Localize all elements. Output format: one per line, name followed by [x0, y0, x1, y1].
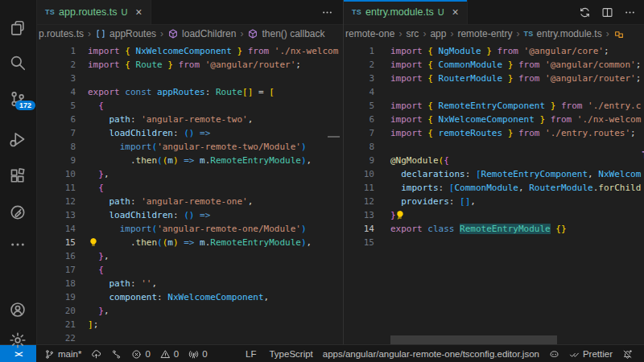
horizontal-scrollbar[interactable]	[390, 335, 557, 344]
status-git-branch[interactable]: main*	[39, 345, 86, 362]
status-eol[interactable]: LF	[241, 345, 261, 362]
code-line[interactable]: 11 imports: [CommonModule, RouterModule.…	[344, 181, 644, 195]
code-line[interactable]: 5import { RemoteEntryComponent } from '.…	[344, 99, 644, 113]
code-line[interactable]: 12 path: 'angular-remote-one',	[37, 195, 343, 208]
code-line[interactable]: 15	[344, 236, 644, 249]
code-line[interactable]: 10 },	[37, 167, 343, 181]
close-icon[interactable]: ×	[452, 6, 459, 18]
breadcrumb-item[interactable]: remote-one	[345, 28, 394, 39]
editor-action-open-changes-icon[interactable]	[579, 6, 591, 19]
status-label: 0	[202, 349, 207, 359]
breadcrumb-item[interactable]: src	[406, 28, 419, 39]
code-line[interactable]: 20 },	[37, 304, 343, 318]
breadcrumb-item[interactable]	[613, 28, 625, 39]
code-line[interactable]: 21];	[37, 318, 343, 331]
activity-extensions-icon[interactable]	[9, 167, 27, 185]
line-number: 5	[344, 99, 374, 113]
status-warnings[interactable]: 0	[155, 345, 184, 362]
overview-ruler-mark	[328, 136, 340, 138]
code-line[interactable]: 4	[344, 85, 644, 99]
breadcrumb-item[interactable]: loadChildren	[167, 28, 236, 39]
activity-nx-console-icon[interactable]	[9, 204, 27, 221]
editor-action-split-editor-icon[interactable]	[601, 6, 613, 19]
code-line[interactable]: 18 path: '',	[37, 277, 343, 290]
status-notifications[interactable]	[617, 345, 638, 362]
status-bar-right: LFTypeScriptapps/angular/angular-remote-…	[241, 345, 644, 362]
code-line[interactable]: 3	[37, 72, 343, 85]
code-text: path: 'angular-remote-two',	[88, 113, 343, 126]
breadcrumb-separator: ›	[606, 28, 609, 39]
code-text	[390, 140, 644, 154]
code-line[interactable]: 6import { NxWelcomeComponent } from './n…	[344, 113, 644, 126]
breadcrumb-item[interactable]: p.routes.ts	[39, 28, 84, 39]
code-line[interactable]: 15 .then((m) => m.RemoteEntryModule),	[37, 236, 343, 249]
breadcrumb-item[interactable]: TSentry.module.ts	[523, 28, 601, 39]
activity-bar: 172	[0, 0, 37, 344]
status-publish-changes[interactable]	[86, 345, 106, 362]
code-line[interactable]: 4export const appRoutes: Route[] = [	[37, 85, 343, 99]
breadcrumb-label: appRoutes	[109, 28, 156, 39]
status-tsconfig-path[interactable]: apps/angular/angular-remote-one/tsconfig…	[318, 345, 544, 362]
status-language-mode[interactable]: TypeScript	[261, 345, 317, 362]
code-line[interactable]: 5 {	[37, 99, 343, 113]
line-number: 1	[37, 44, 76, 58]
editor-action-more-actions-icon[interactable]	[321, 6, 333, 19]
code-line[interactable]: 16 },	[37, 249, 343, 263]
tab-app.routes.ts[interactable]: TSapp.routes.tsU×	[37, 0, 151, 24]
code-line[interactable]: 2import { CommonModule } from '@angular/…	[344, 58, 644, 72]
code-line[interactable]: 2import { Route } from '@angular/router'…	[37, 58, 343, 72]
status-error-icon	[131, 349, 142, 360]
status-formatter[interactable]: Prettier	[564, 345, 617, 362]
code-editor-right[interactable]: 1import { NgModule } from '@angular/core…	[344, 42, 644, 344]
breadcrumb-item[interactable]: app	[430, 28, 446, 39]
status-ports[interactable]: 0	[184, 345, 212, 362]
code-line[interactable]: 1import { NgModule } from '@angular/core…	[344, 44, 644, 58]
scm-badge: 172	[15, 101, 35, 110]
code-line[interactable]: 13})	[344, 208, 644, 222]
lightbulb-icon[interactable]	[394, 209, 406, 220]
code-line[interactable]: 10 declarations: [RemoteEntryComponent, …	[344, 167, 644, 181]
activity-more-views-icon[interactable]	[9, 236, 27, 253]
breadcrumb-label: remote-one	[345, 28, 394, 39]
tab-entry.module.ts[interactable]: TSentry.module.tsU×	[344, 0, 468, 24]
code-line[interactable]: 14 import('angular-remote-one/Module')	[37, 222, 343, 236]
code-line[interactable]: 13 loadChildren: () =>	[37, 208, 343, 222]
code-line[interactable]: 17 {	[37, 263, 343, 277]
breadcrumb-label: then() callback	[262, 28, 324, 39]
activity-run-and-debug-icon[interactable]	[9, 130, 27, 148]
breadcrumb-item[interactable]: then() callback	[247, 28, 324, 39]
activity-search-icon[interactable]	[9, 54, 27, 72]
code-editor-left[interactable]: 1import { NxWelcomeComponent } from './n…	[37, 42, 343, 344]
activity-source-control-icon[interactable]: 172	[9, 90, 27, 108]
code-line[interactable]: 9 .then((m) => m.RemoteEntryModule),	[37, 154, 343, 167]
status-copilot[interactable]	[544, 345, 564, 362]
code-line[interactable]: 14export class RemoteEntryModule {}	[344, 222, 644, 236]
status-bell-dnd-icon	[622, 349, 633, 360]
editor-action-more-actions-icon[interactable]	[624, 6, 636, 19]
activity-accounts-icon[interactable]	[9, 301, 27, 319]
code-line[interactable]: 7 loadChildren: () =>	[37, 126, 343, 140]
code-line[interactable]: 7import { remoteRoutes } from './entry.r…	[344, 126, 644, 140]
code-line[interactable]: 19 component: NxWelcomeComponent,	[37, 290, 343, 304]
code-line[interactable]: 12 providers: [],	[344, 195, 644, 208]
code-line[interactable]: 22	[37, 331, 343, 344]
code-line[interactable]: 8	[344, 140, 644, 154]
lightbulb-icon[interactable]	[88, 237, 99, 248]
line-number: 9	[37, 154, 76, 167]
code-line[interactable]: 8 import('angular-remote-two/Module')	[37, 140, 343, 154]
code-text	[390, 236, 644, 249]
code-line[interactable]: 9@NgModule({	[344, 154, 644, 167]
code-line[interactable]: 11 {	[37, 181, 343, 195]
activity-settings-icon[interactable]	[9, 331, 27, 349]
close-icon[interactable]: ×	[135, 6, 142, 18]
status-errors[interactable]: 0	[126, 345, 155, 362]
activity-explorer-icon[interactable]	[9, 19, 27, 37]
status-git-graph[interactable]	[106, 345, 126, 362]
breadcrumb-item[interactable]: appRoutes	[95, 28, 156, 39]
code-text: path: 'angular-remote-one',	[88, 195, 343, 208]
breadcrumb-item[interactable]: remote-entry	[457, 28, 512, 39]
code-line[interactable]: 3import { RouterModule } from '@angular/…	[344, 72, 644, 85]
code-line[interactable]: 1import { NxWelcomeComponent } from './n…	[37, 44, 343, 58]
code-line[interactable]: 6 path: 'angular-remote-two',	[37, 113, 343, 126]
git-status-marker: U	[438, 7, 444, 17]
